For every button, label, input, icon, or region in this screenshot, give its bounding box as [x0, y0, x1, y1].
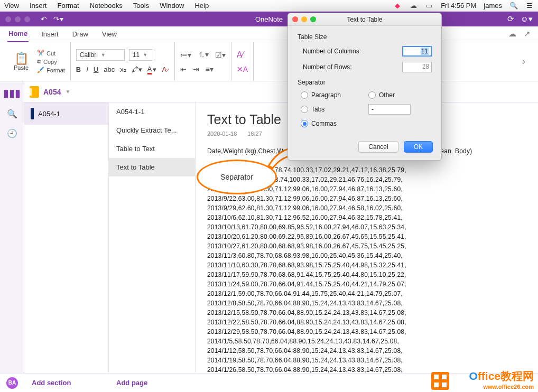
dialog-title-bar[interactable]: Text to Table	[288, 13, 441, 26]
group-separator: Separator	[298, 79, 432, 86]
notebooks-icon[interactable]: ▮▮▮	[3, 87, 21, 99]
tab-insert[interactable]: Insert	[40, 27, 60, 42]
window-dot[interactable]	[24, 16, 30, 22]
close-icon[interactable]	[292, 16, 298, 22]
tab-home[interactable]: Home	[7, 26, 29, 42]
watermark-logo	[431, 372, 449, 390]
menu-clock[interactable]: Fri 4:56 PM	[441, 0, 476, 12]
minimize-icon[interactable]	[301, 16, 307, 22]
nav-rail: ▮▮▮ 🔍 🕘	[0, 81, 24, 373]
section-color-stripe	[31, 108, 34, 119]
font-color-button[interactable]: A▾	[147, 65, 157, 74]
page-item[interactable]: A054-1-1	[109, 102, 195, 121]
clear-format-button[interactable]: A◦	[162, 66, 169, 73]
outdent-button[interactable]: ⇤	[180, 65, 187, 73]
cloud-icon[interactable]: ☁︎	[409, 0, 418, 12]
smile-icon[interactable]: ☺▾	[521, 14, 533, 24]
ok-button[interactable]: OK	[404, 141, 433, 153]
share-icon[interactable]: ↗	[524, 29, 531, 39]
cloud-content-icon[interactable]: ☁︎	[508, 29, 516, 39]
align-button[interactable]: ≡▾	[206, 65, 214, 73]
redo-button[interactable]: ↷▾	[51, 15, 66, 23]
app-title-bar: ↶ ↷▾ OneNote ⟳ ☺▾	[0, 12, 538, 26]
notebook-name: A054	[43, 88, 61, 96]
search-icon[interactable]: 🔍	[7, 109, 17, 119]
footer-bar: BA Add section Add page	[0, 373, 538, 392]
page-time: 16:27	[247, 130, 262, 137]
menu-format[interactable]: Format	[57, 0, 79, 12]
cancel-button[interactable]: Cancel	[358, 141, 398, 153]
list-icon[interactable]: ☰	[525, 0, 534, 12]
page-list: A054-1-1Quickly Extract Te...Table to Te…	[109, 102, 196, 373]
tab-draw[interactable]: Draw	[71, 27, 89, 42]
displays-icon[interactable]: ▭	[425, 0, 433, 12]
window-dot[interactable]	[5, 16, 11, 22]
ruby-icon[interactable]: ◆	[393, 0, 402, 12]
sync-icon[interactable]: ⟳	[507, 14, 514, 24]
section-list: A054-1	[24, 102, 109, 373]
strike-button[interactable]: abc	[104, 66, 115, 73]
text-to-table-dialog: Text to Table Table Size Number of Colum…	[287, 13, 442, 161]
font-name-select[interactable]: Calibri▼	[76, 49, 125, 61]
page-item[interactable]: Text to Table	[109, 158, 195, 176]
subscript-button[interactable]: x₂	[120, 66, 126, 73]
mac-menu-bar: ViewInsertFormatNotebooksToolsWindowHelp…	[0, 0, 538, 12]
spotlight-icon[interactable]: 🔍	[509, 0, 518, 12]
bullets-button[interactable]: ≔▾	[180, 51, 191, 59]
menu-view[interactable]: View	[4, 0, 19, 12]
paste-button[interactable]: 📋 Paste	[10, 42, 33, 81]
radio-tabs[interactable]: Tabs	[301, 106, 364, 113]
underline-button[interactable]: U	[94, 66, 98, 73]
italic-button[interactable]: I	[86, 66, 88, 73]
radio-paragraph[interactable]: Paragraph	[301, 91, 364, 99]
avatar[interactable]: BA	[6, 377, 18, 389]
watermark: Office教程网 www.office26.com	[469, 369, 534, 390]
window-dot[interactable]	[15, 16, 21, 22]
separator-callout: Separator	[197, 160, 277, 194]
tab-view[interactable]: View	[101, 27, 118, 42]
recent-icon[interactable]: 🕘	[7, 128, 17, 138]
columns-label: Number of Columns:	[303, 48, 361, 55]
menu-window[interactable]: Window	[160, 0, 184, 12]
app-title: OneNote	[0, 15, 538, 23]
styles-clear-button[interactable]: ✕A	[237, 65, 248, 73]
copy-button[interactable]: ⧉Copy	[37, 58, 65, 65]
group-table-size: Table Size	[298, 33, 432, 41]
indent-button[interactable]: ⇥	[193, 65, 199, 73]
add-section-button[interactable]: Add section	[24, 379, 109, 387]
ribbon-tabs: HomeInsertDrawView ☁︎ ↗	[0, 26, 538, 42]
menu-insert[interactable]: Insert	[30, 0, 47, 12]
checklist-button[interactable]: ☑▾	[215, 51, 226, 59]
page-date: 2020-01-18	[207, 130, 237, 137]
rows-label: Number of Rows:	[303, 63, 352, 71]
columns-input[interactable]: 11	[402, 46, 432, 57]
notebook-icon	[30, 86, 39, 98]
add-page-button[interactable]: Add page	[109, 379, 196, 387]
bold-button[interactable]: B	[76, 66, 81, 73]
font-size-select[interactable]: 11▼	[129, 49, 153, 61]
cut-button[interactable]: ✂️Cut	[37, 50, 65, 57]
undo-button[interactable]: ↶	[39, 15, 49, 23]
notebook-bar[interactable]: A054 ▼	[24, 81, 538, 102]
zoom-icon[interactable]	[310, 16, 316, 22]
callout-label: Separator	[220, 173, 253, 181]
menu-help[interactable]: Help	[194, 0, 209, 12]
page-item[interactable]: Quickly Extract Te...	[109, 121, 195, 139]
radio-other[interactable]: Other	[368, 91, 432, 99]
section-label: A054-1	[38, 110, 60, 118]
rows-input[interactable]: 28	[402, 62, 432, 72]
other-separator-input[interactable]: -	[368, 104, 411, 115]
page-item[interactable]: Table to Text	[109, 139, 195, 158]
dialog-title: Text to Table	[347, 16, 382, 23]
ribbon: 📋 Paste ✂️Cut ⧉Copy 🖌️Format Calibri▼ 11…	[0, 42, 538, 81]
highlight-button[interactable]: 🖍▾	[132, 66, 142, 73]
format-painter-button[interactable]: 🖌️Format	[37, 67, 65, 73]
styles-button[interactable]: A⁄	[237, 50, 244, 60]
section-item[interactable]: A054-1	[24, 102, 108, 125]
numbering-button[interactable]: ⒈▾	[198, 50, 209, 60]
chevron-down-icon: ▼	[65, 89, 70, 95]
menu-user[interactable]: james	[484, 0, 502, 12]
menu-tools[interactable]: Tools	[133, 0, 149, 12]
radio-commas[interactable]: Commas	[301, 120, 364, 127]
menu-notebooks[interactable]: Notebooks	[90, 0, 123, 12]
